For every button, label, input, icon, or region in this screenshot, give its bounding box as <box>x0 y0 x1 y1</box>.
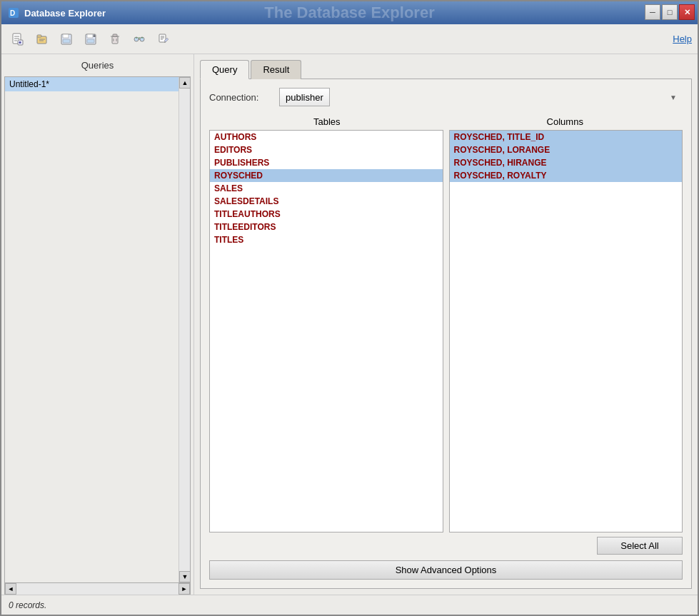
save-as-button[interactable]: + <box>80 29 101 49</box>
main-window: D Database Explorer The Database Explore… <box>0 0 699 616</box>
select-all-button[interactable]: Select All <box>597 537 683 555</box>
table-item[interactable]: SALES <box>210 182 443 195</box>
table-item[interactable]: PUBLISHERS <box>210 156 443 169</box>
svg-rect-18 <box>87 39 94 43</box>
column-item[interactable]: ROYSCHED, LORANGE <box>450 143 683 156</box>
delete-button[interactable] <box>104 29 126 49</box>
close-button[interactable]: ✕ <box>679 4 695 20</box>
tables-header: Tables <box>209 116 445 127</box>
save-button[interactable] <box>56 29 77 49</box>
svg-rect-22 <box>113 34 117 36</box>
table-item[interactable]: AUTHORS <box>210 131 443 143</box>
minimize-button[interactable]: ─ <box>645 4 660 20</box>
queries-list-wrapper: Untitled-1* ▲ ▼ <box>4 76 191 583</box>
left-panel: Queries Untitled-1* ▲ ▼ ◄ ► <box>1 54 194 595</box>
window-title: Database Explorer <box>24 8 106 19</box>
scroll-track <box>179 89 190 571</box>
bg-title-text: The Database Explorer <box>264 4 434 22</box>
main-content: Queries Untitled-1* ▲ ▼ ◄ ► Quer <box>1 54 698 595</box>
tables-columns-container: AUTHORS EDITORS PUBLISHERS ROYSCHED SALE… <box>209 130 683 532</box>
table-item[interactable]: SALESDETAILS <box>210 195 443 208</box>
queries-list: Untitled-1* <box>5 77 178 582</box>
svg-rect-20 <box>112 36 118 44</box>
scroll-left-arrow[interactable]: ◄ <box>5 583 16 595</box>
tab-content: Connection: publisher Tables Columns <box>200 79 692 589</box>
svg-rect-17 <box>87 34 93 38</box>
tables-columns-headers: Tables Columns <box>209 116 683 127</box>
connection-select[interactable]: publisher <box>279 88 330 106</box>
help-link[interactable]: Help <box>673 34 692 44</box>
connect-button[interactable] <box>129 29 150 49</box>
h-scroll-track <box>16 583 178 595</box>
select-all-row: Select All <box>209 537 683 555</box>
right-panel: Query Result Connection: publisher Table… <box>194 54 698 595</box>
columns-header: Columns <box>448 116 683 127</box>
tab-bar: Query Result <box>200 60 692 79</box>
toolbar: + <box>1 24 698 54</box>
tables-list[interactable]: AUTHORS EDITORS PUBLISHERS ROYSCHED SALE… <box>209 130 443 532</box>
queries-vscrollbar: ▲ ▼ <box>178 77 190 582</box>
connection-row: Connection: publisher <box>209 88 683 106</box>
table-item[interactable]: EDITORS <box>210 143 443 156</box>
query-item[interactable]: Untitled-1* <box>5 77 178 91</box>
svg-text:+: + <box>93 34 96 39</box>
window-controls: ─ □ ✕ <box>645 4 695 20</box>
table-item[interactable]: TITLEEDITORS <box>210 221 443 233</box>
scroll-right-arrow[interactable]: ► <box>178 583 190 595</box>
connection-label: Connection: <box>209 92 273 103</box>
scroll-up-arrow[interactable]: ▲ <box>179 77 191 89</box>
table-item[interactable]: TITLES <box>210 233 443 246</box>
edit-button[interactable] <box>153 29 174 49</box>
show-advanced-row: Show Advanced Options <box>209 560 683 580</box>
column-item[interactable]: ROYSCHED, TITLE_ID <box>450 131 683 143</box>
svg-text:D: D <box>10 9 15 17</box>
tab-query[interactable]: Query <box>200 60 249 79</box>
title-bar: D Database Explorer The Database Explore… <box>1 1 698 24</box>
svg-rect-15 <box>63 39 70 43</box>
table-item-selected[interactable]: ROYSCHED <box>210 169 443 182</box>
queries-header: Queries <box>1 54 193 76</box>
show-advanced-button[interactable]: Show Advanced Options <box>209 560 683 580</box>
open-button[interactable] <box>31 29 53 49</box>
column-item[interactable]: ROYSCHED, HIRANGE <box>450 156 683 169</box>
column-item[interactable]: ROYSCHED, ROYALTY <box>450 169 683 182</box>
columns-list[interactable]: ROYSCHED, TITLE_ID ROYSCHED, LORANGE ROY… <box>449 130 683 532</box>
svg-rect-14 <box>63 34 69 38</box>
maximize-button[interactable]: □ <box>662 4 678 20</box>
svg-rect-10 <box>37 35 41 37</box>
app-icon: D <box>7 6 20 19</box>
new-query-button[interactable] <box>7 29 29 49</box>
status-bar: 0 records. <box>1 595 698 615</box>
scroll-down-arrow[interactable]: ▼ <box>179 571 191 582</box>
status-text: 0 records. <box>9 600 46 610</box>
queries-hscrollbar: ◄ ► <box>4 583 191 595</box>
connection-select-wrapper: publisher <box>279 88 683 106</box>
table-item[interactable]: TITLEAUTHORS <box>210 208 443 221</box>
tab-result[interactable]: Result <box>251 60 301 79</box>
